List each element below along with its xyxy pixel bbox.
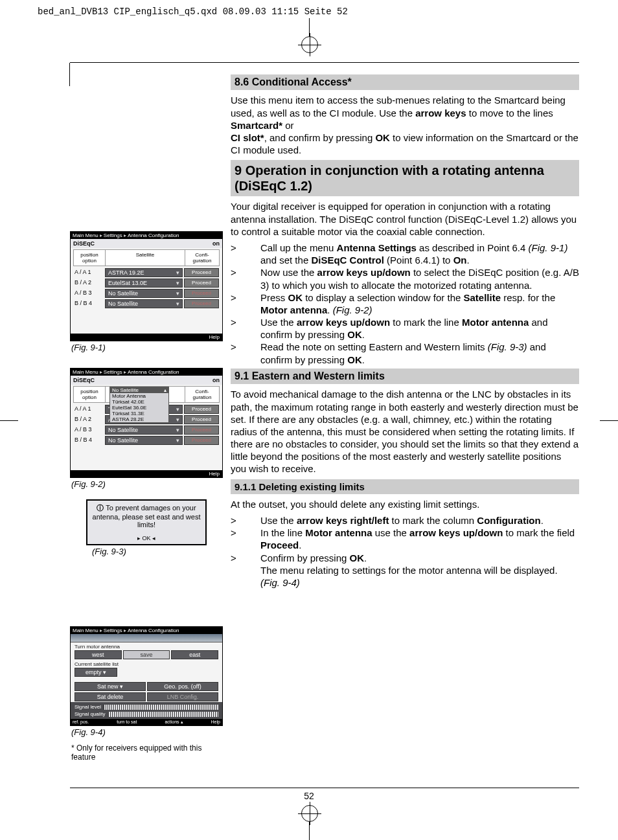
figure-caption: (Fig. 9-3) xyxy=(92,547,223,556)
print-header: bed_anl_DVB13 CIP_englisch_q5.qxd 08.09.… xyxy=(38,6,348,17)
satellite-dropdown: No Satellite▴Motor AntennaTürksat 42.0EE… xyxy=(109,387,169,423)
figure-9-2: Main MenuSettingsAntenna Configuration D… xyxy=(70,368,223,478)
diseqc-value: on xyxy=(212,240,220,247)
figure-9-4: Main MenuSettingsAntenna Configuration T… xyxy=(70,626,223,726)
figure-caption: (Fig. 9-1) xyxy=(71,343,223,352)
step-item: >Read the note on setting Eastern and We… xyxy=(231,341,579,365)
step-item: >In the line Motor antenna use the arrow… xyxy=(231,527,579,551)
footnote: * Only for receivers equipped with this … xyxy=(71,744,223,762)
register-mark-icon xyxy=(301,805,318,822)
heading-9-1-1: 9.1.1 Deleting existing limits xyxy=(231,479,579,494)
step-item: >Use the arrow keys up/down to mark the … xyxy=(231,316,579,341)
help-label: Help xyxy=(71,334,222,341)
body-text: Use this menu item to access the sub-men… xyxy=(231,94,579,156)
geo-pos-button: Geo. pos. (off) xyxy=(147,682,218,691)
step-item: >Confirm by pressing OK.The menu relatin… xyxy=(231,552,579,589)
figure-9-3: ⓘ To prevent damages on your antenna, pl… xyxy=(86,499,207,545)
register-mark-icon xyxy=(301,36,318,53)
body-text: To avoid mechanical damage to the dish a… xyxy=(231,388,579,475)
breadcrumb: Main MenuSettingsAntenna Configuration xyxy=(71,232,222,239)
empty-dropdown: empty ▾ xyxy=(74,668,117,677)
west-button: west xyxy=(74,650,122,659)
heading-9-1: 9.1 Eastern and Western limits xyxy=(231,369,579,384)
page-number: 52 xyxy=(0,791,618,801)
sat-delete-button: Sat delete xyxy=(74,692,146,701)
body-text: At the outset, you should delete any exi… xyxy=(231,498,579,510)
crop-mark-icon xyxy=(0,420,18,421)
figure-caption: (Fig. 9-2) xyxy=(71,479,223,489)
lnb-config-button: LNB Config. xyxy=(147,692,218,701)
step-item: >Now use the arrow keys up/down to selec… xyxy=(231,266,579,291)
heading-8-6: 8.6 Conditional Access* xyxy=(231,74,579,90)
step-item: >Call up the menu Antenna Settings as de… xyxy=(231,242,579,266)
info-icon: ⓘ xyxy=(97,504,104,512)
crop-mark-icon xyxy=(600,420,618,421)
sat-new-button: Sat new ▾ xyxy=(74,682,146,691)
step-item: >Use the arrow keys right/left to mark t… xyxy=(231,514,579,527)
crop-mark-icon xyxy=(309,822,310,840)
body-text: Your digital receiver is equipped for op… xyxy=(231,200,579,238)
figure-caption: (Fig. 9-4) xyxy=(71,727,223,737)
ok-label: OK xyxy=(91,535,201,541)
step-item: >Press OK to display a selection window … xyxy=(231,291,579,316)
diseqc-label: DiSEqC xyxy=(73,240,95,247)
figure-9-1: Main MenuSettingsAntenna Configuration D… xyxy=(70,231,223,341)
save-button: save xyxy=(123,650,170,659)
heading-9: 9 Operation in conjunction with a rotati… xyxy=(231,160,579,196)
east-button: east xyxy=(171,650,218,659)
